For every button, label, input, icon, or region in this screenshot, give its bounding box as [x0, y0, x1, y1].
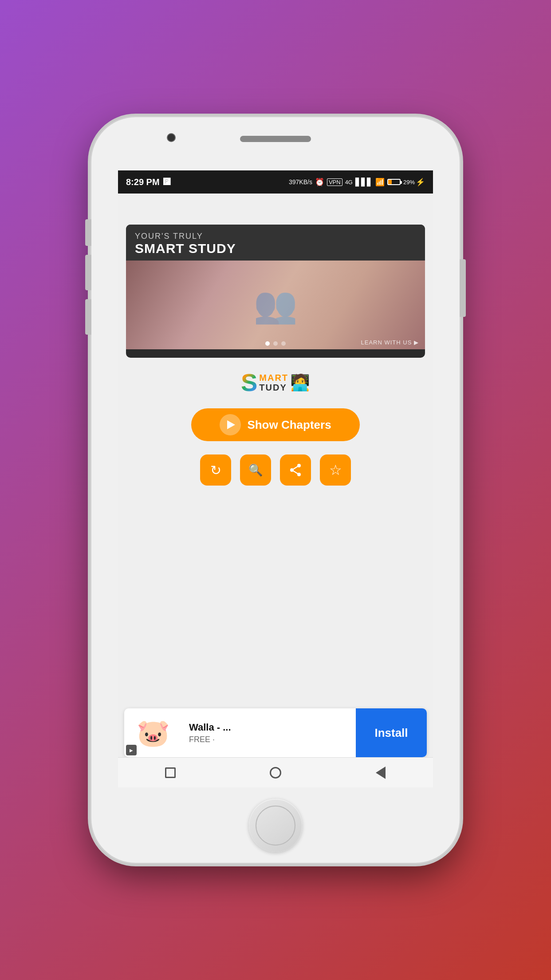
show-chapters-label: Show Chapters	[247, 418, 331, 432]
svg-line-3	[292, 466, 299, 470]
s-logo-letter: S	[241, 370, 257, 395]
logo-wrapper: S MART TUDY 🧑‍💻	[241, 370, 310, 395]
svg-line-4	[292, 470, 299, 474]
logo-study-text: TUDY	[259, 383, 288, 392]
ad-install-button[interactable]: Install	[356, 708, 427, 757]
show-chapters-button[interactable]: Show Chapters	[191, 408, 360, 441]
ad-info: Walla - ... FREE ·	[182, 708, 356, 757]
home-circle-icon	[270, 767, 281, 778]
star-button[interactable]: ☆	[320, 454, 351, 486]
volume-up-button[interactable]	[85, 219, 91, 246]
phone-speaker	[240, 136, 311, 142]
clock-icon: ⏰	[315, 178, 324, 187]
phone-top-bar	[91, 117, 460, 170]
signal-bars-icon: ▋▋▋	[355, 178, 373, 187]
status-left: 8:29 PM 🅿	[126, 177, 170, 187]
phone-screen: 8:29 PM 🅿 397KB/s ⏰ VPN 4G ▋▋▋ 📶 29% ⚡	[118, 170, 433, 787]
wifi-icon: 📶	[375, 178, 385, 187]
banner-header: YOUR'S TRULY SMART STUDY	[126, 225, 425, 261]
phone-frame: 8:29 PM 🅿 397KB/s ⏰ VPN 4G ▋▋▋ 📶 29% ⚡	[91, 117, 460, 863]
home-button-inner	[256, 806, 295, 846]
ad-subtitle: FREE ·	[189, 735, 349, 744]
front-camera	[167, 133, 176, 142]
banner-card[interactable]: YOUR'S TRULY SMART STUDY LEARN WITH US ▶	[126, 225, 425, 358]
show-chapters-container: Show Chapters	[118, 399, 433, 450]
logo-smart-text: MART	[259, 373, 288, 383]
network-speed: 397KB/s	[289, 178, 312, 186]
flex-spacer	[118, 494, 433, 704]
bottom-navigation	[118, 757, 433, 787]
students-photo	[126, 261, 425, 349]
dot-1[interactable]	[265, 341, 270, 346]
dot-2[interactable]	[273, 341, 278, 346]
banner-area: YOUR'S TRULY SMART STUDY LEARN WITH US ▶	[118, 216, 433, 358]
logo-right-text: MART TUDY	[259, 373, 288, 392]
ad-badge: ▶	[126, 745, 137, 755]
screen-content: YOUR'S TRULY SMART STUDY LEARN WITH US ▶	[118, 194, 433, 787]
ad-title: Walla - ...	[189, 722, 349, 733]
logo-person-icon: 🧑‍💻	[290, 373, 310, 392]
banner-image: LEARN WITH US ▶	[126, 261, 425, 349]
power-button[interactable]	[460, 259, 466, 317]
status-right: 397KB/s ⏰ VPN 4G ▋▋▋ 📶 29% ⚡	[289, 178, 425, 187]
search-button[interactable]: 🔍	[240, 454, 271, 486]
ad-app-icon: 🐷	[137, 717, 170, 749]
nav-home-button[interactable]	[264, 762, 287, 784]
share-icon	[289, 463, 302, 477]
battery-percent: 29%	[403, 179, 415, 186]
logo-area: S MART TUDY 🧑‍💻	[118, 358, 433, 399]
nav-stop-button[interactable]	[159, 762, 181, 784]
ad-install-label: Install	[374, 726, 408, 740]
ad-banner[interactable]: 🐷 ▶ Walla - ... FREE · Install	[124, 708, 427, 757]
ad-app-icon-area: 🐷 ▶	[124, 708, 182, 757]
dot-3[interactable]	[281, 341, 286, 346]
back-triangle-icon	[376, 767, 386, 779]
banner-learn-with-us: LEARN WITH US ▶	[361, 339, 419, 346]
play-triangle-icon	[227, 420, 235, 429]
mute-button[interactable]	[85, 299, 91, 335]
refresh-button[interactable]: ↻	[200, 454, 231, 486]
share-button[interactable]	[280, 454, 311, 486]
nav-back-button[interactable]	[370, 762, 392, 784]
charging-icon: ⚡	[416, 178, 425, 187]
volume-down-button[interactable]	[85, 255, 91, 290]
parking-icon: 🅿	[163, 178, 170, 186]
battery-indicator: 29% ⚡	[387, 178, 425, 187]
icon-buttons-row: ↻ 🔍 ☆	[118, 450, 433, 494]
banner-yours-truly: YOUR'S TRULY	[135, 232, 416, 241]
play-circle-icon	[220, 414, 241, 435]
vpn-icon: VPN	[327, 178, 342, 186]
home-button[interactable]	[249, 799, 302, 852]
banner-dots	[265, 341, 286, 346]
banner-smart-study: SMART STUDY	[135, 241, 416, 256]
signal-4g-icon: 4G	[345, 179, 353, 186]
status-time: 8:29 PM	[126, 177, 160, 187]
stop-icon	[165, 767, 176, 778]
status-bar: 8:29 PM 🅿 397KB/s ⏰ VPN 4G ▋▋▋ 📶 29% ⚡	[118, 170, 433, 194]
